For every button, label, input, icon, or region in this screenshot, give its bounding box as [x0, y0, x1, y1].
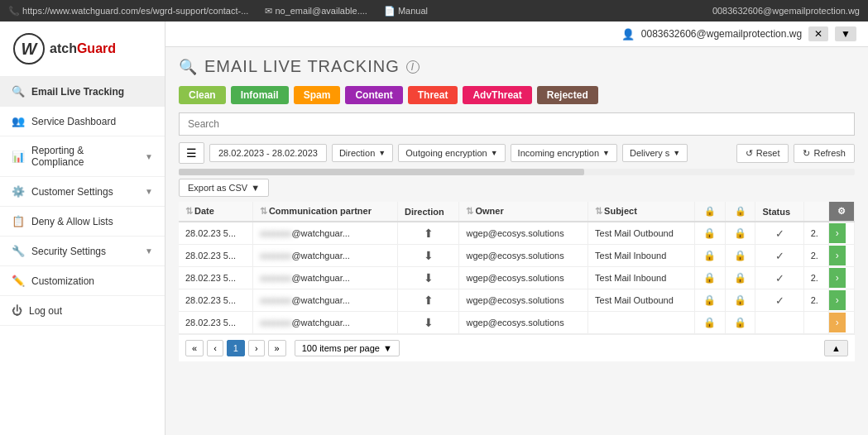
col-partner[interactable]: ⇅Communication partner: [252, 202, 397, 222]
col-subject[interactable]: ⇅Subject: [588, 202, 695, 222]
manual-link[interactable]: 📄 Manual: [384, 6, 428, 17]
scroll-up-button[interactable]: ▲: [824, 340, 848, 356]
sidebar-item-security-settings[interactable]: 🔧 Security Settings ▼: [0, 237, 165, 266]
sidebar-item-email-live-tracking[interactable]: 🔍 Email Live Tracking: [0, 77, 165, 107]
chevron-down-icon-2: ▼: [145, 187, 153, 196]
filter-advthreat-button[interactable]: AdvThreat: [463, 86, 531, 104]
cell-partner: xxxxxxx@watchguar...: [252, 267, 397, 289]
delivery-filter-label: Delivery s: [630, 148, 669, 158]
cell-action[interactable]: ›: [828, 289, 854, 312]
cell-partner: xxxxxxx@watchguar...: [252, 222, 397, 245]
filter-infomail-button[interactable]: Infomail: [231, 86, 289, 104]
incoming-encryption-filter-button[interactable]: Incoming encryption ▼: [511, 144, 617, 162]
lock-icon-2: 🔒: [734, 272, 746, 284]
cell-direction: ⬇: [398, 245, 459, 267]
cell-enc1: 🔒: [694, 267, 725, 289]
refresh-button[interactable]: ↻ Refresh: [794, 144, 855, 163]
email-table: ⇅Date ⇅Communication partner Direction ⇅…: [179, 202, 855, 334]
items-per-page-button[interactable]: 100 items per page ▼: [295, 340, 400, 356]
direction-icon: ⬆: [424, 294, 434, 307]
sidebar-item-customer-settings[interactable]: ⚙️ Customer Settings ▼: [0, 177, 165, 207]
col-direction[interactable]: Direction: [398, 202, 459, 222]
cell-num: [803, 312, 828, 334]
current-page-button[interactable]: 1: [227, 340, 245, 356]
cell-date: 28.02.23 5...: [179, 222, 252, 245]
row-expand-button[interactable]: ›: [829, 246, 846, 265]
sidebar-item-customization[interactable]: ✏️ Customization: [0, 266, 165, 296]
check-icon: ✓: [775, 294, 784, 307]
cell-enc1: 🔒: [694, 289, 725, 312]
filter-rejected-button[interactable]: Rejected: [537, 86, 598, 104]
info-icon[interactable]: i: [406, 60, 420, 74]
direction-icon: ⬇: [424, 316, 434, 329]
close-account-button[interactable]: ✕: [808, 26, 828, 41]
row-expand-button[interactable]: ›: [829, 223, 846, 243]
cell-action[interactable]: ›: [828, 245, 854, 267]
search-input[interactable]: [179, 112, 855, 136]
cell-subject: [588, 312, 695, 334]
chevron-down-icon: ▼: [145, 152, 153, 161]
partner-blurred: xxxxxxx: [260, 295, 292, 305]
account-name: 0083632606@wgemailprotection.wg: [641, 28, 802, 40]
direction-filter-button[interactable]: Direction ▼: [332, 144, 393, 162]
col-date[interactable]: ⇅Date: [179, 202, 252, 222]
filter-spam-button[interactable]: Spam: [294, 86, 341, 104]
cell-enc1: 🔒: [694, 245, 725, 267]
cell-direction: ⬆: [398, 222, 459, 245]
cell-action[interactable]: ›: [828, 267, 854, 289]
row-expand-button[interactable]: ›: [829, 290, 846, 310]
filter-content-button[interactable]: Content: [345, 86, 402, 104]
refresh-label: Refresh: [813, 148, 846, 158]
reset-button[interactable]: ↺ Reset: [736, 144, 789, 163]
row-expand-button[interactable]: ›: [829, 268, 846, 288]
list-view-button[interactable]: ☰: [179, 142, 204, 164]
filter-clean-button[interactable]: Clean: [179, 86, 226, 104]
chevron-down-icon-3: ▼: [145, 246, 153, 256]
nav-label-customer-settings: Customer Settings: [31, 186, 113, 198]
lock-icon-1: 🔒: [703, 317, 716, 328]
sidebar-item-deny-allow-lists[interactable]: 📋 Deny & Allow Lists: [0, 207, 165, 237]
horizontal-scrollbar[interactable]: [179, 169, 855, 175]
export-csv-button[interactable]: Export as CSV ▼: [179, 179, 269, 197]
reset-label: Reset: [756, 148, 780, 158]
cell-enc1: 🔒: [694, 312, 725, 334]
sidebar-item-service-dashboard[interactable]: 👥 Service Dashboard: [0, 107, 165, 136]
nav-label-service-dashboard: Service Dashboard: [31, 116, 116, 127]
logo-guard: Guard: [77, 41, 116, 55]
sidebar-item-reporting-compliance[interactable]: 📊 Reporting & Compliance ▼: [0, 136, 165, 177]
cell-action[interactable]: ›: [828, 222, 854, 245]
outgoing-encryption-filter-button[interactable]: Outgoing encryption ▼: [398, 144, 505, 162]
partner-blurred: xxxxxxx: [260, 318, 292, 327]
delivery-filter-button[interactable]: Delivery s ▼: [622, 144, 688, 162]
next-page-button[interactable]: ›: [248, 340, 265, 356]
col-action[interactable]: ⚙: [828, 202, 854, 222]
col-enc2: 🔒: [725, 202, 755, 222]
filter-threat-button[interactable]: Threat: [408, 86, 458, 104]
lock-icon-1: 🔒: [703, 227, 716, 239]
cell-subject: Test Mail Outbound: [588, 222, 695, 245]
cell-partner: xxxxxxx@watchguar...: [252, 289, 397, 312]
col-num: [803, 202, 828, 222]
account-dropdown-button[interactable]: ▼: [835, 26, 856, 41]
cell-action[interactable]: ›: [828, 312, 854, 334]
prev-page-button[interactable]: ‹: [207, 340, 223, 356]
sidebar-item-logout[interactable]: ⏻ Log out: [0, 296, 165, 326]
cell-direction: ⬆: [398, 289, 459, 312]
magnifier-icon: 🔍: [179, 58, 198, 76]
partner-blurred: xxxxxxx: [260, 228, 292, 238]
direction-filter-label: Direction: [339, 148, 375, 158]
cell-subject: Test Mail Inbound: [588, 245, 695, 267]
account-bar: 👤 0083632606@wgemailprotection.wg ✕ ▼: [165, 22, 868, 47]
cell-partner: xxxxxxx@watchguar...: [252, 245, 397, 267]
last-page-button[interactable]: »: [268, 340, 286, 356]
col-status[interactable]: Status: [755, 202, 803, 222]
first-page-button[interactable]: «: [185, 340, 204, 356]
reset-icon: ↺: [746, 148, 753, 159]
row-expand-button[interactable]: ›: [829, 313, 846, 332]
col-owner[interactable]: ⇅Owner: [459, 202, 588, 222]
incoming-filter-label: Incoming encryption: [518, 148, 599, 158]
table-row: 28.02.23 5... xxxxxxx@watchguar... ⬆ wge…: [179, 222, 855, 245]
export-row: Export as CSV ▼: [179, 179, 855, 197]
cell-num: 2.: [803, 222, 828, 245]
cell-direction: ⬇: [398, 267, 459, 289]
